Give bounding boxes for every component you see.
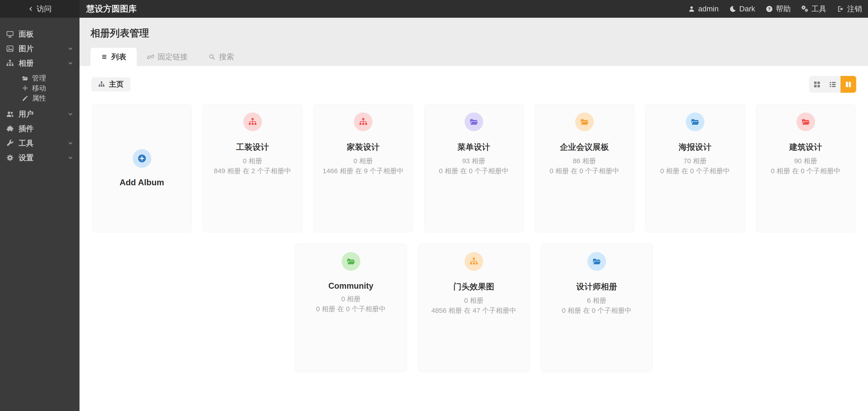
puzzle-icon (6, 124, 14, 133)
sub-album-count: 849 相册 在 2 个子相册中 (214, 166, 291, 176)
folder-open-icon (22, 75, 28, 82)
chevron-down-icon (67, 111, 73, 117)
sitemap-icon (6, 59, 14, 67)
page-header: 相册列表管理 列表 固定链接 搜索 (80, 18, 868, 66)
desktop-icon (6, 30, 14, 38)
album-count: 0 相册 (316, 294, 386, 304)
tab-permalinks[interactable]: 固定链接 (137, 48, 198, 66)
wrench-icon (6, 139, 14, 147)
help-icon (766, 5, 773, 13)
folder-open-icon (801, 117, 810, 126)
sub-album-count: 0 相册 在 0 个子相册中 (562, 305, 631, 316)
topbar-tools-button[interactable]: 工具 (801, 4, 827, 14)
sub-album-count: 0 相册 在 0 个子相册中 (550, 166, 619, 176)
columns-icon (844, 81, 852, 88)
album-count: 0 相册 (322, 156, 404, 166)
view-toggle (809, 76, 856, 93)
album-count: 6 相册 (562, 295, 631, 305)
album-icon-circle (686, 113, 705, 131)
topbar-theme-button[interactable]: Dark (729, 4, 755, 13)
sidebar-item-albums[interactable]: 相册 (0, 56, 80, 70)
chevron-down-icon (67, 60, 73, 66)
back-label: 访问 (37, 4, 52, 14)
sidebar-subitem-manage[interactable]: 管理 (0, 73, 80, 83)
sidebar-nav: 面板 图片 相册 管理 移动 属性 用户 插件 工具 设置 (0, 18, 80, 165)
chevron-left-icon (28, 6, 34, 12)
breadcrumb-home-button[interactable]: 主页 (91, 77, 130, 91)
album-card[interactable]: 建筑设计 90 相册 0 相册 在 0 个子相册中 (756, 104, 856, 232)
album-icon-circle (575, 113, 594, 131)
album-card[interactable]: 工装设计 0 相册 849 相册 在 2 个子相册中 (203, 104, 302, 232)
sidebar-subitem-move[interactable]: 移动 (0, 83, 80, 93)
image-icon (6, 45, 14, 53)
tab-list[interactable]: 列表 (90, 48, 137, 66)
link-icon (147, 53, 154, 60)
sitemap-icon (359, 117, 368, 126)
album-name: 工装设计 (236, 142, 269, 153)
topbar-user-button[interactable]: admin (688, 4, 718, 13)
view-columns-button[interactable] (840, 76, 856, 93)
albums-row-1: Add Album 工装设计 0 相册 849 相册 在 2 个子相册中 家装设… (80, 104, 868, 232)
add-album-card[interactable]: Add Album (92, 104, 192, 232)
topbar-logout-button[interactable]: 注销 (837, 4, 862, 14)
list-view-icon (829, 81, 837, 88)
album-icon-circle (354, 113, 373, 131)
sub-album-count: 0 相册 在 0 个子相册中 (439, 166, 508, 176)
chevron-down-icon (67, 46, 73, 52)
sidebar-item-photos[interactable]: 图片 (0, 41, 80, 56)
album-card[interactable]: Community 0 相册 0 相册 在 0 个子相册中 (295, 244, 407, 372)
album-name: 海报设计 (679, 142, 711, 153)
folder-open-icon (469, 117, 478, 126)
grid-icon (813, 81, 821, 88)
move-icon (22, 85, 28, 92)
pencil-icon (22, 95, 28, 101)
album-card[interactable]: 门头效果图 0 相册 4856 相册 在 47 个子相册中 (418, 244, 530, 372)
app-title: 慧设方圆图库 (86, 3, 137, 14)
album-card[interactable]: 家装设计 0 相册 1466 相册 在 9 个子相册中 (313, 104, 413, 232)
album-card[interactable]: 海报设计 70 相册 0 相册 在 0 个子相册中 (645, 104, 745, 232)
album-icon-circle (243, 113, 262, 131)
breadcrumb-label: 主页 (109, 79, 124, 89)
folder-open-icon (592, 257, 601, 266)
sidebar-item-plugins[interactable]: 插件 (0, 121, 80, 136)
album-count: 70 相册 (660, 156, 730, 166)
album-count: 93 相册 (439, 156, 508, 166)
sidebar-item-tools[interactable]: 工具 (0, 136, 80, 150)
album-name: 建筑设计 (789, 142, 822, 153)
album-icon-circle (342, 252, 360, 271)
main-area: 相册列表管理 列表 固定链接 搜索 主页 Add Album (80, 18, 868, 411)
album-count: 86 相册 (550, 156, 619, 166)
sub-album-count: 0 相册 在 0 个子相册中 (316, 304, 386, 314)
topbar-help-button[interactable]: 帮助 (766, 4, 791, 14)
tab-search[interactable]: 搜索 (198, 48, 244, 66)
folder-open-icon (690, 117, 700, 126)
topbar-menu: admin Dark 帮助 工具 注销 (688, 4, 868, 14)
sidebar-subitem-properties[interactable]: 属性 (0, 93, 80, 103)
gear-icon (6, 154, 14, 162)
moon-icon (729, 5, 737, 13)
album-count: 0 相册 (431, 295, 516, 305)
sidebar-item-dashboard[interactable]: 面板 (0, 27, 80, 41)
list-icon (101, 53, 108, 60)
album-icon-circle (587, 252, 606, 271)
albums-row-2: Community 0 相册 0 相册 在 0 个子相册中 门头效果图 0 相册… (80, 244, 868, 372)
gears-icon (801, 5, 809, 13)
search-icon (209, 53, 215, 60)
folder-open-icon (580, 117, 589, 126)
album-icon-circle (465, 113, 483, 131)
album-name: 门头效果图 (454, 281, 494, 292)
album-card[interactable]: 设计师相册 6 相册 0 相册 在 0 个子相册中 (541, 244, 653, 372)
view-list-button[interactable] (825, 76, 840, 93)
sitemap-icon (248, 117, 257, 126)
view-grid-button[interactable] (809, 76, 825, 93)
album-count: 90 相册 (771, 156, 840, 166)
sitemap-icon (98, 81, 105, 88)
album-name: 企业会议展板 (560, 142, 609, 153)
album-card[interactable]: 菜单设计 93 相册 0 相册 在 0 个子相册中 (424, 104, 524, 232)
album-card[interactable]: 企业会议展板 86 相册 0 相册 在 0 个子相册中 (535, 104, 634, 232)
sidebar-item-settings[interactable]: 设置 (0, 150, 80, 165)
sidebar-item-users[interactable]: 用户 (0, 107, 80, 121)
sub-album-count: 1466 相册 在 9 个子相册中 (322, 166, 404, 176)
back-to-gallery-button[interactable]: 访问 (0, 0, 80, 18)
sign-out-icon (837, 5, 844, 13)
